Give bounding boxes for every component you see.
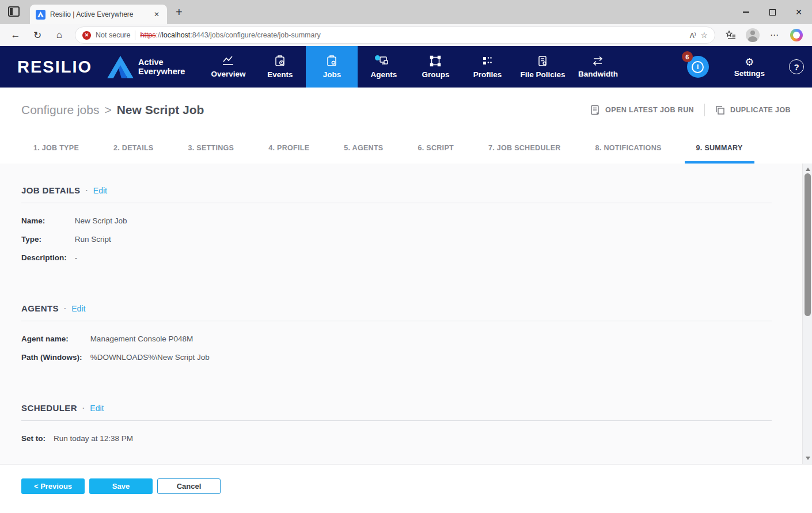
tab-workspace-icon[interactable] [8, 6, 20, 17]
notifications-button[interactable]: 6 i [687, 56, 709, 78]
nav-label: Profiles [473, 70, 502, 79]
events-clipboard-icon [274, 55, 286, 67]
browser-tab[interactable]: Resilio | Active Everywhere ✕ [30, 5, 167, 24]
window-minimize-button[interactable] [733, 0, 759, 24]
overview-chart-icon [222, 55, 234, 67]
nav-label: Jobs [323, 70, 342, 79]
scroll-up-icon[interactable] [803, 165, 812, 174]
help-button[interactable]: ? [789, 59, 804, 74]
nav-item-events[interactable]: Events [254, 46, 306, 88]
row-label: Set to: [21, 429, 54, 447]
favorite-star-icon[interactable]: ☆ [700, 31, 708, 40]
scroll-down-icon[interactable] [803, 454, 812, 463]
step-tab-details[interactable]: 2. DETAILS [113, 132, 153, 164]
window-close-button[interactable]: ✕ [786, 0, 812, 24]
cancel-button[interactable]: Cancel [157, 478, 221, 494]
copilot-icon[interactable] [787, 26, 806, 44]
nav-item-agents[interactable]: Agents [358, 46, 409, 88]
url-path: :8443/jobs/configure/create/job-summary [190, 31, 321, 39]
duplicate-job-button[interactable]: DUPLICATE JOB [715, 105, 791, 115]
avatar [746, 28, 760, 42]
nav-item-bandwidth[interactable]: Bandwidth [572, 46, 624, 88]
read-aloud-icon[interactable]: A) [690, 31, 696, 40]
nav-item-jobs[interactable]: Jobs [306, 46, 358, 88]
tab-title: Resilio | Active Everywhere [50, 10, 147, 18]
url-text[interactable]: https://localhost:8443/jobs/configure/cr… [140, 31, 685, 39]
previous-button[interactable]: < Previous [21, 478, 85, 494]
step-tab-notifications[interactable]: 8. NOTIFICATIONS [595, 132, 662, 164]
open-job-run-icon [590, 105, 600, 115]
new-tab-button[interactable]: + [176, 6, 183, 18]
step-tab-agents[interactable]: 5. AGENTS [344, 132, 383, 164]
wizard-steps: 1. JOB TYPE 2. DETAILS 3. SETTINGS 4. PR… [0, 132, 812, 164]
back-icon[interactable]: ← [6, 26, 25, 44]
nav-item-overview[interactable]: Overview [202, 46, 254, 88]
step-tab-script[interactable]: 6. SCRIPT [418, 132, 454, 164]
gear-icon: ⚙ [745, 56, 754, 68]
edit-agents-link[interactable]: Edit [71, 304, 85, 313]
row-label: Name: [21, 211, 75, 230]
browser-menu-icon[interactable]: ⋯ [765, 26, 784, 44]
step-tab-summary[interactable]: 9. SUMMARY [696, 132, 743, 164]
duplicate-icon [715, 105, 725, 115]
nav-item-file-policies[interactable]: File Policies [513, 46, 572, 88]
section-divider [21, 420, 772, 421]
detail-row-type: Type: Run Script [21, 230, 127, 248]
breadcrumb-parent[interactable]: Configure jobs [21, 103, 99, 117]
settings-label: Settings [734, 69, 765, 78]
row-label: Type: [21, 230, 75, 248]
dot-separator: · [82, 404, 85, 412]
row-label: Description: [21, 248, 75, 267]
nav-item-groups[interactable]: Groups [409, 46, 461, 88]
nav-label: Agents [371, 70, 397, 79]
step-tab-job-type[interactable]: 1. JOB TYPE [33, 132, 79, 164]
browser-toolbar: ← ↻ ⌂ ✕ Not secure https://localhost:844… [0, 24, 812, 46]
page-title: New Script Job [117, 103, 204, 117]
section-divider [21, 321, 772, 321]
bandwidth-arrows-icon [591, 55, 604, 67]
collections-icon[interactable] [721, 26, 741, 44]
section-title: JOB DETAILS [21, 185, 80, 195]
product-line1: Active [138, 58, 185, 67]
not-secure-icon[interactable]: ✕ [82, 31, 91, 40]
detail-row-set-to: Set to: Run today at 12:38 PM [21, 429, 133, 447]
nav-label: File Policies [520, 70, 565, 79]
open-latest-job-run-button[interactable]: OPEN LATEST JOB RUN [590, 105, 694, 115]
row-value: Run today at 12:38 PM [54, 429, 133, 447]
save-button[interactable]: Save [89, 478, 153, 494]
tab-close-icon[interactable]: ✕ [152, 10, 161, 18]
app-navbar: RESILIO Active Everywhere Overview [0, 46, 812, 88]
summary-content: JOB DETAILS · Edit Name: New Script Job … [0, 164, 812, 464]
nav-item-settings[interactable]: ⚙ Settings [734, 56, 765, 78]
edit-scheduler-link[interactable]: Edit [90, 404, 104, 413]
window-maximize-button[interactable] [759, 0, 786, 24]
profile-avatar[interactable] [743, 26, 762, 44]
nav-right-cluster: 6 i ⚙ Settings ? [687, 46, 812, 88]
header-actions: OPEN LATEST JOB RUN DUPLICATE JOB [590, 104, 791, 116]
section-title: AGENTS [21, 303, 59, 313]
groups-network-icon [429, 55, 442, 67]
step-tab-profile[interactable]: 4. PROFILE [268, 132, 309, 164]
home-icon[interactable]: ⌂ [50, 26, 69, 44]
scrollbar-thumb[interactable] [805, 173, 811, 316]
product-name: Active Everywhere [138, 58, 185, 76]
nav-label: Overview [211, 70, 245, 78]
notification-count-badge: 6 [682, 51, 693, 62]
nav-item-profiles[interactable]: Profiles [461, 46, 513, 88]
detail-row-name: Name: New Script Job [21, 211, 127, 230]
product-line2: Everywhere [138, 67, 185, 76]
address-bar[interactable]: ✕ Not secure https://localhost:8443/jobs… [75, 26, 715, 44]
nav-label: Groups [422, 70, 449, 79]
step-tab-settings[interactable]: 3. SETTINGS [188, 132, 234, 164]
browser-window: Resilio | Active Everywhere ✕ + ✕ ← ↻ ⌂ … [0, 0, 812, 513]
not-secure-label[interactable]: Not secure [96, 31, 130, 39]
edit-job-details-link[interactable]: Edit [93, 186, 107, 195]
url-scheme: https [140, 31, 155, 39]
row-value: %DOWNLOADS%\New Script Job [90, 348, 210, 366]
section-divider [21, 203, 772, 203]
section-scheduler: SCHEDULER · Edit Set to: Run today at 12… [21, 403, 772, 447]
step-tab-job-scheduler[interactable]: 7. JOB SCHEDULER [488, 132, 561, 164]
row-label: Agent name: [21, 329, 90, 348]
refresh-icon[interactable]: ↻ [28, 26, 47, 44]
content-scrollbar[interactable] [802, 164, 812, 464]
